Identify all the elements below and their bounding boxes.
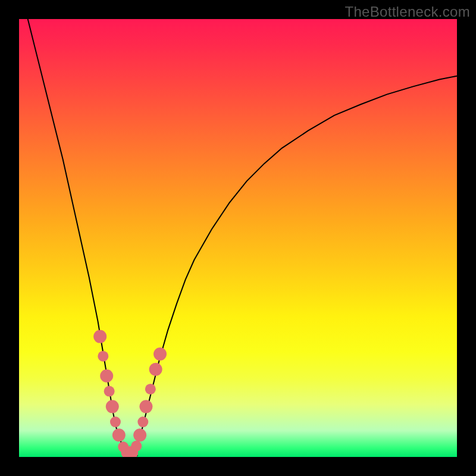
data-point (110, 416, 121, 427)
data-point (131, 441, 142, 452)
data-point (137, 416, 148, 427)
data-point (112, 428, 126, 441)
chart-svg (19, 19, 457, 457)
watermark-text: TheBottleneck.com (345, 4, 470, 20)
chart-frame: TheBottleneck.com (0, 0, 476, 476)
data-point (139, 400, 152, 413)
data-point (98, 351, 108, 362)
data-point (106, 400, 119, 413)
data-point (100, 369, 113, 383)
curve-left (28, 19, 137, 456)
data-point (133, 428, 146, 441)
curve-right (129, 76, 457, 456)
data-markers (93, 330, 167, 457)
data-point (93, 330, 107, 343)
data-point (154, 347, 167, 361)
data-point (104, 386, 115, 397)
plot-area (19, 19, 457, 457)
data-point (145, 384, 156, 394)
data-point (149, 363, 162, 376)
